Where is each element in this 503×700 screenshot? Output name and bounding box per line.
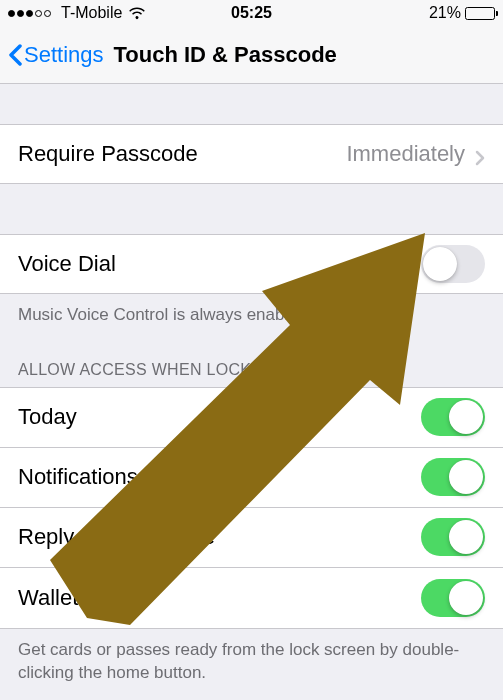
battery-percent-label: 21% [429,4,461,22]
allow-access-header: ALLOW ACCESS WHEN LOCKED: [0,341,503,387]
back-button[interactable]: Settings [8,42,104,68]
toggle-knob [449,460,483,494]
require-passcode-value: Immediately [346,141,485,167]
toggle-notifications-view-cell: Notifications View [0,448,503,508]
wallet-footer: Get cards or passes ready from the lock … [0,629,503,699]
status-bar-right: 21% [252,4,496,22]
toggle-reply-with-message-cell: Reply with Message [0,508,503,568]
toggle-today-cell: Today [0,388,503,448]
status-bar-left: T-Mobile [8,4,252,22]
voice-dial-footer: Music Voice Control is always enabled. [0,294,503,341]
chevron-right-icon [475,146,485,162]
toggle-knob [449,400,483,434]
chevron-left-icon [8,44,22,66]
toggle-wallet-cell: Wallet [0,568,503,628]
require-passcode-cell[interactable]: Require Passcode Immediately [0,124,503,184]
toggle-knob [449,581,483,615]
page-title: Touch ID & Passcode [114,42,337,68]
status-bar: T-Mobile 05:25 21% [0,0,503,26]
voice-dial-cell: Voice Dial [0,234,503,294]
require-passcode-value-text: Immediately [346,141,465,167]
toggle-reply-with-message-label: Reply with Message [18,524,215,550]
back-button-label: Settings [24,42,104,68]
toggle-wallet-label: Wallet [18,585,78,611]
spacer [0,184,503,234]
toggle-today-label: Today [18,404,77,430]
toggle-wallet[interactable] [421,579,485,617]
nav-bar: Settings Touch ID & Passcode [0,26,503,84]
wifi-icon [128,6,146,20]
voice-dial-label: Voice Dial [18,251,116,277]
toggle-notifications-view[interactable] [421,458,485,496]
signal-dots-icon [8,10,51,17]
carrier-label: T-Mobile [61,4,122,22]
spacer [0,84,503,124]
toggle-today[interactable] [421,398,485,436]
toggle-knob [423,247,457,281]
allow-access-group: TodayNotifications ViewReply with Messag… [0,387,503,629]
require-passcode-label: Require Passcode [18,141,198,167]
toggle-reply-with-message[interactable] [421,518,485,556]
toggle-voice-dial[interactable] [421,245,485,283]
toggle-knob [449,520,483,554]
battery-icon [465,7,495,20]
toggle-notifications-view-label: Notifications View [18,464,191,490]
